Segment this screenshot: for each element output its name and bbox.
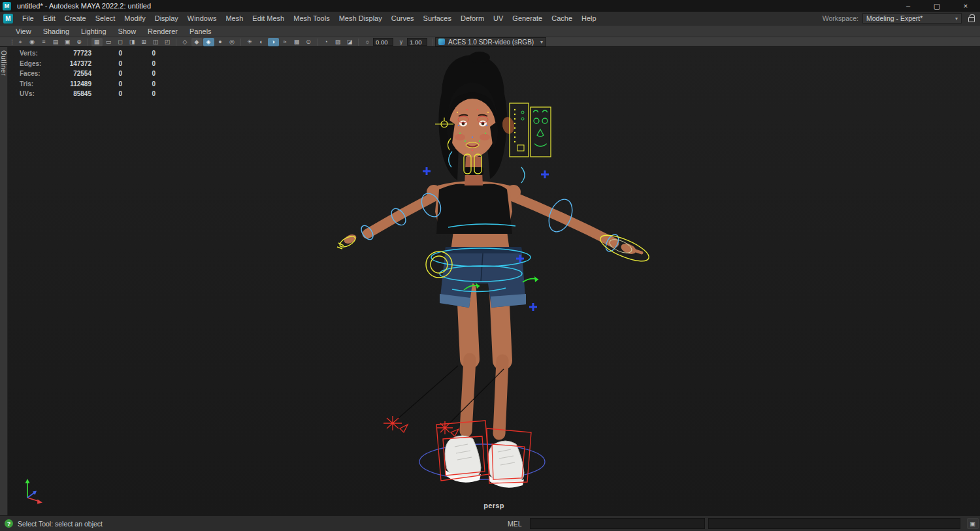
workspace-label: Workspace:	[823, 14, 858, 22]
pan-zoom-icon[interactable]: ⊕	[74, 38, 85, 46]
camera-attributes-icon[interactable]: ≡	[39, 38, 50, 46]
gamma-icon[interactable]: γ	[396, 38, 407, 46]
scene-3d[interactable]	[8, 47, 980, 515]
view-transform-value: ACES 1.0 SDR-video (sRGB)	[448, 39, 534, 46]
toolbar-separator	[88, 39, 88, 46]
textured-icon[interactable]: ◈	[203, 38, 214, 46]
menu-modify[interactable]: Modify	[120, 12, 150, 25]
menu-select[interactable]: Select	[91, 12, 120, 25]
panel-menu-bar: View Shading Lighting Show Renderer Pane…	[0, 25, 980, 37]
chevron-down-icon: ▾	[540, 39, 543, 45]
all-lights-icon[interactable]: ☀	[244, 38, 255, 46]
safe-title-icon[interactable]: ◰	[162, 38, 173, 46]
menu-mesh[interactable]: Mesh	[221, 12, 248, 25]
camera-label: persp	[483, 502, 504, 509]
minimize-button[interactable]: –	[894, 0, 923, 12]
xray-icon[interactable]: ▨	[333, 38, 344, 46]
workspace-lock-icon[interactable]	[968, 17, 975, 22]
panel-menu-renderer[interactable]: Renderer	[142, 25, 184, 37]
toolbar-separator	[240, 39, 241, 46]
character-model[interactable]	[342, 52, 642, 488]
menu-bar: M File Edit Create Select Modify Display…	[0, 12, 980, 25]
grid-icon[interactable]: ▦	[91, 38, 103, 46]
wireframe-on-shaded-icon[interactable]: ◎	[227, 38, 238, 46]
menu-deform[interactable]: Deform	[456, 12, 489, 25]
menu-curves[interactable]: Curves	[387, 12, 419, 25]
sneaker-left	[445, 436, 481, 483]
facial-gui-panels[interactable]	[501, 103, 551, 157]
resolution-gate-icon[interactable]: ◻	[115, 38, 126, 46]
anti-aliasing-icon[interactable]: ▩	[291, 38, 302, 46]
panel-toolbar: ⋮ ⌖ ◉ ≡ ▤ ▣ ⊕ ▦ ▭ ◻ ◨ ⊞ ◫ ◰ ◇ ◆ ◈ ● ◎ ☀ …	[0, 37, 980, 47]
panel-menu-view[interactable]: View	[10, 25, 37, 37]
lock-camera-icon[interactable]: ◉	[27, 38, 38, 46]
wireframe-icon[interactable]: ◇	[180, 38, 191, 46]
menu-file[interactable]: File	[18, 12, 39, 25]
work-area: Outliner Verts: 77723 0 0 Edges: 147372 …	[0, 47, 980, 515]
view-transform-dropdown[interactable]: ACES 1.0 SDR-video (sRGB) ▾	[435, 37, 546, 46]
color-management-icon	[438, 39, 445, 45]
maya-home-icon[interactable]: M	[3, 14, 13, 24]
image-plane-icon[interactable]: ▣	[62, 38, 73, 46]
status-bar: ? Select Tool: select an object MEL ▣	[0, 515, 980, 531]
exposure-icon[interactable]: ☼	[362, 38, 373, 46]
bookmarks-icon[interactable]: ▤	[50, 38, 61, 46]
menu-generate[interactable]: Generate	[508, 12, 547, 25]
command-output-field[interactable]	[708, 518, 960, 529]
depth-of-field-icon[interactable]: ⊙	[303, 38, 314, 46]
menu-create[interactable]: Create	[60, 12, 91, 25]
field-chart-icon[interactable]: ⊞	[139, 38, 150, 46]
toolbar-separator	[358, 39, 359, 46]
close-button[interactable]: ×	[951, 0, 980, 12]
outliner-collapsed-tab[interactable]: Outliner	[0, 47, 8, 515]
toolbar-separator	[432, 39, 433, 46]
perspective-viewport[interactable]: Verts: 77723 0 0 Edges: 147372 0 0 Faces…	[8, 47, 980, 515]
mel-language-button[interactable]: MEL	[503, 519, 527, 529]
sneaker-right	[488, 441, 524, 488]
toolbar-grip[interactable]: ⋮	[9, 39, 14, 45]
default-material-icon[interactable]: ●	[215, 38, 226, 46]
toolbar-separator	[176, 39, 176, 46]
xray-joints-icon[interactable]: ◪	[344, 38, 355, 46]
chevron-down-icon: ▾	[955, 16, 958, 22]
motion-blur-icon[interactable]: ≈	[280, 38, 291, 46]
gate-mask-icon[interactable]: ◨	[127, 38, 138, 46]
smooth-shade-icon[interactable]: ◆	[191, 38, 203, 46]
workspace-dropdown[interactable]: Modeling - Expert* ▾	[862, 13, 962, 24]
isolate-select-icon[interactable]: ◔	[321, 38, 332, 46]
menu-uv[interactable]: UV	[489, 12, 508, 25]
shadows-icon[interactable]: ◐	[256, 38, 267, 46]
exposure-input[interactable]	[373, 38, 393, 46]
toolbar-separator	[317, 39, 318, 46]
tool-help-text: Select Tool: select an object	[18, 520, 103, 528]
menu-mesh-tools[interactable]: Mesh Tools	[289, 12, 334, 25]
menu-help[interactable]: Help	[577, 12, 601, 25]
menu-surfaces[interactable]: Surfaces	[419, 12, 456, 25]
window-controls: – ▢ ×	[894, 0, 980, 12]
maya-app-icon: M	[3, 2, 11, 10]
workspace-value: Modeling - Expert*	[866, 14, 923, 22]
script-editor-icon[interactable]: ▣	[967, 518, 979, 529]
film-gate-icon[interactable]: ▭	[103, 38, 114, 46]
select-camera-icon[interactable]: ⌖	[15, 38, 26, 46]
menu-windows[interactable]: Windows	[183, 12, 221, 25]
panel-menu-panels[interactable]: Panels	[184, 25, 218, 37]
menu-edit[interactable]: Edit	[39, 12, 60, 25]
mel-command-input[interactable]	[530, 518, 705, 529]
window-title: untitled* - Autodesk MAYA 2022.2: untitl…	[17, 2, 151, 10]
help-icon[interactable]: ?	[5, 519, 13, 528]
safe-action-icon[interactable]: ◫	[150, 38, 161, 46]
title-bar: M untitled* - Autodesk MAYA 2022.2: unti…	[0, 0, 980, 12]
menu-cache[interactable]: Cache	[547, 12, 577, 25]
denim-shorts	[440, 247, 526, 308]
gamma-input[interactable]	[407, 38, 427, 46]
panel-menu-lighting[interactable]: Lighting	[75, 25, 112, 37]
menu-display[interactable]: Display	[150, 12, 183, 25]
panel-menu-shading[interactable]: Shading	[37, 25, 75, 37]
menu-mesh-display[interactable]: Mesh Display	[335, 12, 387, 25]
axis-gizmo	[25, 479, 43, 504]
ambient-occlusion-icon[interactable]: ◑	[268, 38, 279, 46]
maximize-button[interactable]: ▢	[923, 0, 951, 12]
panel-menu-show[interactable]: Show	[112, 25, 142, 37]
menu-edit-mesh[interactable]: Edit Mesh	[248, 12, 289, 25]
